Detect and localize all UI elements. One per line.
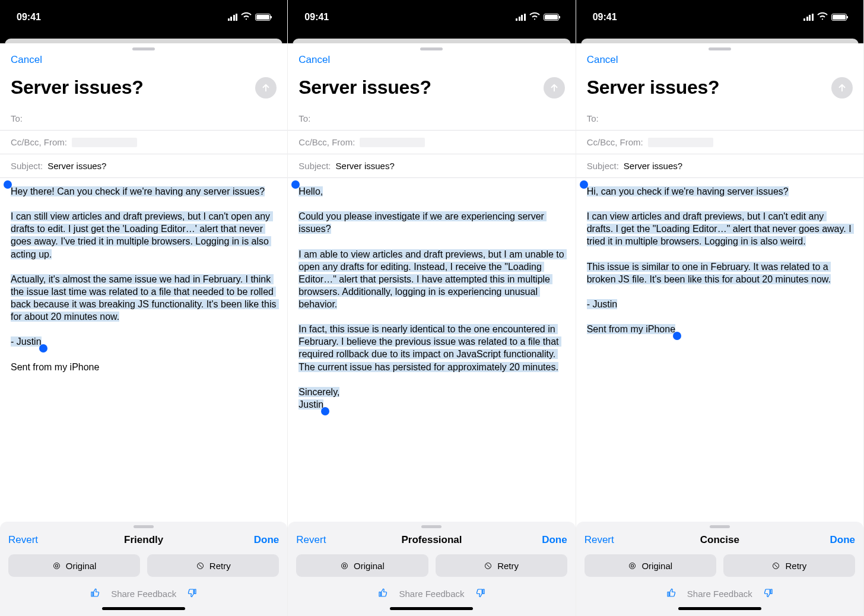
svg-point-2: [342, 563, 348, 569]
status-time: 09:41: [593, 12, 617, 23]
selection-start-handle[interactable]: [580, 180, 588, 189]
subject-field[interactable]: Subject: Server issues?: [0, 154, 287, 178]
tone-label: Professional: [386, 534, 477, 546]
thumbs-up-icon[interactable]: [377, 588, 388, 600]
selected-text[interactable]: Hello, Could you please investigate if w…: [298, 186, 567, 409]
selected-text[interactable]: Hi, can you check if we're having server…: [587, 186, 854, 334]
thumbs-up-icon[interactable]: [666, 588, 676, 600]
retry-button[interactable]: Retry: [723, 554, 855, 577]
to-label: To:: [298, 113, 310, 123]
cellular-icon: [516, 14, 526, 21]
to-field[interactable]: To:: [288, 107, 575, 131]
compose-sheet: Cancel Server issues? To: Cc/Bcc, From: …: [288, 43, 575, 616]
phone-screen-3: 09:41 Cancel Server issues? To: Cc/Bcc, …: [576, 0, 864, 616]
cancel-button[interactable]: Cancel: [587, 54, 618, 66]
status-time: 09:41: [17, 12, 41, 23]
compose-sheet: Cancel Server issues? To: Cc/Bcc, From: …: [0, 43, 287, 616]
panel-grabber[interactable]: [710, 525, 730, 528]
phone-screen-1: 09:41 Cancel Server issues? To: Cc/Bcc, …: [0, 0, 288, 616]
svg-point-0: [53, 563, 59, 569]
subject-field[interactable]: Subject: Server issues?: [576, 154, 863, 178]
thumbs-up-icon[interactable]: [90, 588, 100, 600]
home-indicator[interactable]: [678, 607, 761, 610]
to-field[interactable]: To:: [0, 107, 287, 131]
battery-icon: [255, 14, 271, 21]
sheet-grabber[interactable]: [709, 47, 731, 50]
subject-label: Subject:: [11, 161, 43, 171]
battery-icon: [831, 14, 847, 21]
share-feedback-row: Share Feedback: [8, 588, 279, 600]
done-button[interactable]: Done: [477, 534, 567, 546]
feedback-label[interactable]: Share Feedback: [111, 589, 176, 599]
send-button[interactable]: [544, 77, 565, 99]
wifi-icon: [529, 12, 540, 23]
from-address-redacted: [72, 138, 137, 147]
writing-tools-panel: Revert Professional Done Original Retry …: [288, 522, 575, 616]
share-feedback-row: Share Feedback: [296, 588, 567, 600]
to-label: To:: [11, 113, 23, 123]
subject-value: Server issues?: [624, 161, 682, 171]
send-button[interactable]: [255, 77, 277, 99]
compose-sheet: Cancel Server issues? To: Cc/Bcc, From: …: [576, 43, 863, 616]
email-body[interactable]: Hi, can you check if we're having server…: [576, 178, 863, 522]
selection-end-handle[interactable]: [673, 332, 681, 340]
thumbs-down-icon[interactable]: [475, 588, 486, 600]
email-body[interactable]: Hey there! Can you check if we're having…: [0, 178, 287, 522]
revert-button[interactable]: Revert: [585, 534, 675, 546]
compose-title: Server issues?: [298, 77, 431, 99]
subject-value: Server issues?: [336, 161, 395, 171]
cancel-button[interactable]: Cancel: [298, 54, 330, 66]
phone-screen-2: 09:41 Cancel Server issues? To: Cc/Bcc, …: [288, 0, 576, 616]
share-feedback-row: Share Feedback: [585, 588, 855, 600]
panel-grabber[interactable]: [134, 525, 154, 528]
cellular-icon: [803, 14, 814, 21]
cancel-button[interactable]: Cancel: [11, 54, 42, 66]
send-button[interactable]: [831, 77, 853, 99]
selection-start-handle[interactable]: [4, 180, 12, 189]
to-field[interactable]: To:: [576, 107, 863, 131]
ccbcc-label: Cc/Bcc, From:: [298, 137, 355, 147]
status-icons: [228, 12, 271, 23]
home-indicator[interactable]: [390, 607, 473, 610]
battery-icon: [544, 14, 559, 21]
compose-title: Server issues?: [11, 77, 144, 99]
revert-button[interactable]: Revert: [296, 534, 386, 546]
ccbcc-field[interactable]: Cc/Bcc, From:: [0, 131, 287, 154]
tone-label: Concise: [675, 534, 765, 546]
retry-button[interactable]: Retry: [436, 554, 567, 577]
thumbs-down-icon[interactable]: [187, 588, 198, 600]
ccbcc-label: Cc/Bcc, From:: [11, 137, 67, 147]
ccbcc-field[interactable]: Cc/Bcc, From:: [576, 131, 863, 154]
svg-point-4: [630, 563, 636, 569]
sheet-grabber[interactable]: [420, 47, 443, 50]
sheet-grabber[interactable]: [132, 47, 155, 50]
wifi-icon: [241, 12, 252, 23]
status-icons: [516, 12, 559, 23]
panel-grabber[interactable]: [421, 525, 441, 528]
ccbcc-field[interactable]: Cc/Bcc, From:: [288, 131, 575, 154]
selection-end-handle[interactable]: [39, 344, 47, 353]
home-indicator[interactable]: [102, 607, 185, 610]
done-button[interactable]: Done: [765, 534, 855, 546]
status-time: 09:41: [304, 12, 329, 23]
selected-text[interactable]: Hey there! Can you check if we're having…: [11, 186, 279, 347]
original-button[interactable]: Original: [296, 554, 428, 577]
status-bar: 09:41: [0, 0, 287, 39]
signature: Sent from my iPhone: [11, 348, 277, 373]
original-button[interactable]: Original: [585, 554, 716, 577]
original-button[interactable]: Original: [8, 554, 140, 577]
revert-button[interactable]: Revert: [8, 534, 99, 546]
writing-tools-panel: Revert Friendly Done Original Retry Shar…: [0, 522, 287, 616]
to-label: To:: [587, 113, 599, 123]
subject-field[interactable]: Subject: Server issues?: [288, 154, 575, 178]
selection-end-handle[interactable]: [321, 407, 329, 415]
ccbcc-label: Cc/Bcc, From:: [587, 137, 643, 147]
compose-title: Server issues?: [587, 77, 720, 99]
done-button[interactable]: Done: [189, 534, 279, 546]
thumbs-down-icon[interactable]: [763, 588, 774, 600]
status-icons: [803, 12, 847, 23]
feedback-label[interactable]: Share Feedback: [399, 589, 464, 599]
feedback-label[interactable]: Share Feedback: [687, 589, 752, 599]
email-body[interactable]: Hello, Could you please investigate if w…: [288, 178, 575, 522]
retry-button[interactable]: Retry: [147, 554, 279, 577]
